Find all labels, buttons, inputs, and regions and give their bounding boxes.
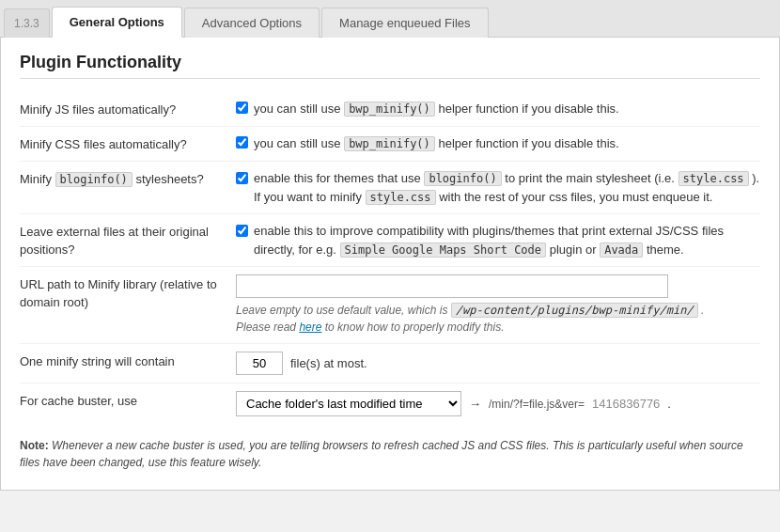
- desc-external-2: plugin or: [550, 243, 597, 257]
- minify-string-input[interactable]: [236, 352, 283, 375]
- help-link[interactable]: here: [299, 321, 321, 334]
- checkbox-minify-js[interactable]: [236, 102, 248, 114]
- option-minify-string: One minify string will contain file(s) a…: [20, 344, 760, 383]
- code-stylecss-2: style.css: [366, 190, 436, 205]
- note-label: Note:: [20, 439, 49, 452]
- control-minify-js: you can still use bwp_minify() helper fu…: [236, 100, 760, 118]
- option-url-path: URL path to Minify library (relative to …: [20, 267, 760, 344]
- label-minify-js: Minify JS files automatically?: [20, 100, 236, 118]
- control-cache-buster: Cache folder's last modified time Curren…: [236, 391, 760, 416]
- control-external-files: enable this to improve compatibility wit…: [236, 222, 760, 258]
- tab-advanced[interactable]: Advanced Options: [184, 8, 320, 38]
- cache-buster-value: 1416836776: [592, 395, 660, 414]
- option-minify-js: Minify JS files automatically? you can s…: [20, 92, 760, 127]
- help-text-4: to know how to properly modify this.: [325, 321, 505, 334]
- code-simplegooglemaps: Simple Google Maps Short Code: [340, 243, 547, 258]
- option-minify-css: Minify CSS files automatically? you can …: [20, 127, 760, 162]
- label-minify-string: One minify string will contain: [20, 352, 236, 370]
- control-url-path: Leave empty to use default value, which …: [236, 274, 760, 336]
- code-bloginfo-1: bloginfo(): [424, 171, 501, 186]
- checkbox-minify-bloginfo[interactable]: [236, 172, 248, 184]
- cache-buster-url-prefix: /min/?f=file.js&ver=: [489, 396, 585, 413]
- tab-manage[interactable]: Manage enqueued Files: [321, 8, 489, 38]
- code-bloginfo-label: bloginfo(): [55, 172, 133, 187]
- checkbox-external-files[interactable]: [236, 225, 248, 237]
- label-cache-buster: For cache buster, use: [20, 391, 236, 410]
- desc-minify-js-1: you can still use: [254, 102, 341, 116]
- note-box: Note: Whenever a new cache buster is use…: [20, 437, 760, 471]
- desc-bloginfo-4: with the rest of your css files, you mus…: [439, 190, 712, 204]
- minify-string-row: file(s) at most.: [236, 352, 760, 375]
- cache-buster-select[interactable]: Cache folder's last modified time Curren…: [236, 391, 461, 416]
- desc-external-3: theme.: [647, 243, 684, 257]
- label-external-files: Leave external files at their original p…: [20, 222, 236, 258]
- help-text-2: .: [701, 304, 704, 317]
- note-text: Whenever a new cache buster is used, you…: [20, 439, 743, 469]
- tab-general[interactable]: General Options: [52, 7, 182, 38]
- cache-buster-row: Cache folder's last modified time Curren…: [236, 391, 760, 416]
- option-minify-bloginfo: Minify bloginfo() stylesheets? enable th…: [20, 162, 760, 214]
- minify-string-suffix: file(s) at most.: [290, 354, 367, 373]
- main-content: Plugin Functionality Minify JS files aut…: [0, 38, 780, 491]
- control-minify-string: file(s) at most.: [236, 352, 760, 375]
- tabs-bar: 1.3.3 General Options Advanced Options M…: [0, 0, 780, 38]
- cache-buster-dot: .: [667, 395, 671, 414]
- label-minify-bloginfo: Minify bloginfo() stylesheets?: [20, 169, 236, 188]
- option-external-files: Leave external files at their original p…: [20, 214, 760, 267]
- url-path-help: Leave empty to use default value, which …: [236, 302, 760, 336]
- desc-minify-js-2: helper function if you disable this.: [438, 102, 618, 116]
- code-bwp-minify-js: bwp_minify(): [344, 102, 435, 117]
- label-url-path: URL path to Minify library (relative to …: [20, 274, 236, 310]
- desc-minify-css-1: you can still use: [254, 136, 341, 150]
- help-text-3: Please read: [236, 321, 296, 334]
- control-minify-bloginfo: enable this for themes that use bloginfo…: [236, 169, 760, 206]
- section-title: Plugin Functionality: [20, 53, 760, 79]
- option-cache-buster: For cache buster, use Cache folder's las…: [20, 383, 760, 424]
- label-minify-css: Minify CSS files automatically?: [20, 134, 236, 153]
- code-bwp-minify-css: bwp_minify(): [344, 136, 435, 151]
- desc-minify-css-2: helper function if you disable this.: [438, 136, 618, 150]
- code-stylecss-1: style.css: [679, 171, 749, 186]
- checkbox-minify-css[interactable]: [236, 136, 248, 149]
- cache-buster-arrow: →: [469, 395, 481, 414]
- control-minify-css: you can still use bwp_minify() helper fu…: [236, 134, 760, 153]
- code-avada: Avada: [600, 243, 643, 258]
- url-path-input[interactable]: [236, 274, 668, 298]
- desc-bloginfo-1: enable this for themes that use: [254, 171, 421, 185]
- tab-version[interactable]: 1.3.3: [4, 8, 50, 38]
- desc-bloginfo-2: to print the main stylesheet (i.e.: [505, 171, 675, 185]
- code-default-path: /wp-content/plugins/bwp-minify/min/: [451, 303, 698, 318]
- help-text-1: Leave empty to use default value, which …: [236, 304, 447, 317]
